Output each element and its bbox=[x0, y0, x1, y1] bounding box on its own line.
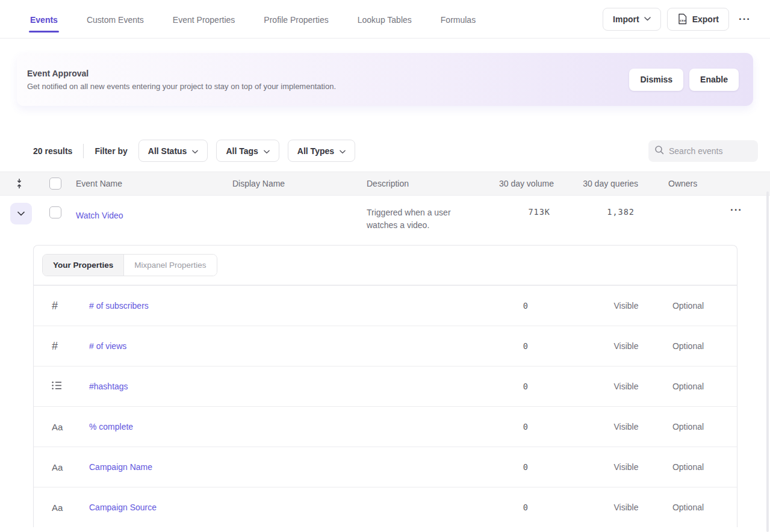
svg-text:csv: csv bbox=[680, 19, 686, 22]
top-navigation: Events Custom Events Event Properties Pr… bbox=[0, 0, 770, 39]
column-header-owners: Owners bbox=[638, 179, 770, 188]
types-filter-label: All Types bbox=[297, 146, 334, 156]
property-count: 0 bbox=[468, 462, 529, 472]
status-filter-label: All Status bbox=[148, 146, 187, 156]
nav-more-button[interactable]: ··· bbox=[735, 13, 754, 25]
property-row: Aa Campaign Name 0 Visible Optional bbox=[34, 447, 737, 487]
select-all-checkbox[interactable] bbox=[49, 178, 61, 190]
property-visibility: Visible bbox=[597, 382, 655, 391]
divider bbox=[83, 144, 84, 158]
import-button-label: Import bbox=[613, 14, 639, 24]
property-requirement: Optional bbox=[655, 462, 721, 472]
event-description: Triggered when a user watches a video. bbox=[367, 203, 472, 232]
property-row: Aa Campaign Source 0 Visible Optional bbox=[34, 487, 737, 527]
import-button[interactable]: Import bbox=[603, 8, 661, 31]
tab-mixpanel-properties[interactable]: Mixpanel Properties bbox=[124, 255, 216, 276]
search-input[interactable] bbox=[669, 146, 752, 156]
column-header-queries: 30 day queries bbox=[554, 179, 638, 188]
property-count: 0 bbox=[468, 503, 529, 512]
property-row: #hashtags 0 Visible Optional bbox=[34, 366, 737, 406]
tab-custom-events[interactable]: Custom Events bbox=[85, 2, 145, 36]
filter-by-label: Filter by bbox=[95, 146, 127, 156]
nav-tabs: Events Custom Events Event Properties Pr… bbox=[29, 2, 603, 36]
tab-formulas[interactable]: Formulas bbox=[439, 2, 477, 36]
event-name-link[interactable]: Watch Video bbox=[76, 203, 123, 220]
results-count: 20 results bbox=[33, 146, 72, 156]
property-name-link[interactable]: # of views bbox=[89, 341, 126, 351]
dismiss-button[interactable]: Dismiss bbox=[629, 69, 683, 91]
tab-lookup-tables[interactable]: Lookup Tables bbox=[356, 2, 413, 36]
export-button[interactable]: csv Export bbox=[667, 8, 729, 31]
filter-toolbar: 20 results Filter by All Status All Tags… bbox=[33, 140, 758, 162]
banner-text: Event Approval Get notified on all new e… bbox=[27, 69, 629, 91]
chevron-down-icon bbox=[192, 146, 198, 156]
event-volume: 713K bbox=[482, 203, 554, 217]
search-box bbox=[648, 140, 758, 162]
collapse-all-icon[interactable] bbox=[0, 178, 39, 189]
property-requirement: Optional bbox=[655, 301, 721, 311]
property-visibility: Visible bbox=[597, 341, 655, 351]
properties-panel: Your Properties Mixpanel Properties # # … bbox=[33, 245, 737, 527]
column-header-description: Description bbox=[367, 179, 482, 188]
text-type-icon: Aa bbox=[52, 462, 89, 472]
property-count: 0 bbox=[468, 422, 529, 431]
properties-tabs-wrap: Your Properties Mixpanel Properties bbox=[34, 246, 737, 285]
text-type-icon: Aa bbox=[52, 422, 89, 432]
tags-filter-dropdown[interactable]: All Tags bbox=[216, 140, 279, 162]
enable-button[interactable]: Enable bbox=[689, 69, 739, 91]
property-visibility: Visible bbox=[597, 462, 655, 472]
tab-events[interactable]: Events bbox=[29, 2, 59, 36]
property-count: 0 bbox=[468, 341, 529, 351]
tags-filter-label: All Tags bbox=[226, 146, 258, 156]
chevron-down-icon bbox=[340, 146, 346, 156]
event-queries: 1,382 bbox=[554, 203, 638, 217]
text-type-icon: Aa bbox=[52, 503, 89, 513]
row-more-button[interactable]: ··· bbox=[727, 204, 746, 216]
csv-file-icon: csv bbox=[677, 13, 688, 25]
search-icon bbox=[654, 145, 664, 156]
column-header-event-name: Event Name bbox=[76, 179, 232, 188]
property-count: 0 bbox=[468, 382, 529, 391]
row-checkbox[interactable] bbox=[49, 206, 61, 218]
collapse-row-button[interactable] bbox=[10, 203, 32, 224]
property-name-link[interactable]: #hashtags bbox=[89, 382, 128, 391]
chevron-down-icon bbox=[644, 17, 651, 21]
property-requirement: Optional bbox=[655, 503, 721, 512]
banner-title: Event Approval bbox=[27, 69, 629, 78]
list-type-icon bbox=[52, 381, 89, 392]
number-type-icon: # bbox=[52, 340, 89, 353]
types-filter-dropdown[interactable]: All Types bbox=[288, 140, 355, 162]
events-table-header: Event Name Display Name Description 30 d… bbox=[0, 172, 770, 196]
properties-tab-switcher: Your Properties Mixpanel Properties bbox=[42, 254, 217, 276]
number-type-icon: # bbox=[52, 300, 89, 312]
banner-actions: Dismiss Enable bbox=[629, 69, 739, 91]
property-row: # # of views 0 Visible Optional bbox=[34, 326, 737, 366]
property-name-link[interactable]: Campaign Name bbox=[89, 462, 152, 472]
property-name-link[interactable]: # of subscribers bbox=[89, 301, 149, 311]
tab-event-properties[interactable]: Event Properties bbox=[172, 2, 237, 36]
column-header-volume: 30 day volume bbox=[482, 179, 554, 188]
event-approval-banner: Event Approval Get notified on all new e… bbox=[17, 53, 753, 106]
column-header-display-name: Display Name bbox=[232, 179, 367, 188]
property-requirement: Optional bbox=[655, 422, 721, 431]
property-visibility: Visible bbox=[597, 422, 655, 431]
nav-actions: Import csv Export ··· bbox=[603, 8, 754, 31]
property-requirement: Optional bbox=[655, 341, 721, 351]
property-count: 0 bbox=[468, 301, 529, 311]
property-visibility: Visible bbox=[597, 301, 655, 311]
property-row: # # of subscribers 0 Visible Optional bbox=[34, 285, 737, 326]
export-button-label: Export bbox=[692, 14, 719, 24]
banner-description: Get notified on all new events entering … bbox=[27, 82, 629, 91]
property-name-link[interactable]: % complete bbox=[89, 422, 133, 431]
chevron-down-icon bbox=[264, 146, 270, 156]
event-row-watch-video: Watch Video Triggered when a user watche… bbox=[0, 196, 770, 245]
tab-profile-properties[interactable]: Profile Properties bbox=[262, 2, 329, 36]
vertical-scrollbar[interactable] bbox=[766, 191, 769, 532]
property-row: Aa % complete 0 Visible Optional bbox=[34, 406, 737, 447]
tab-your-properties[interactable]: Your Properties bbox=[43, 255, 124, 276]
property-visibility: Visible bbox=[597, 503, 655, 512]
status-filter-dropdown[interactable]: All Status bbox=[138, 140, 208, 162]
property-name-link[interactable]: Campaign Source bbox=[89, 503, 157, 512]
property-requirement: Optional bbox=[655, 382, 721, 391]
